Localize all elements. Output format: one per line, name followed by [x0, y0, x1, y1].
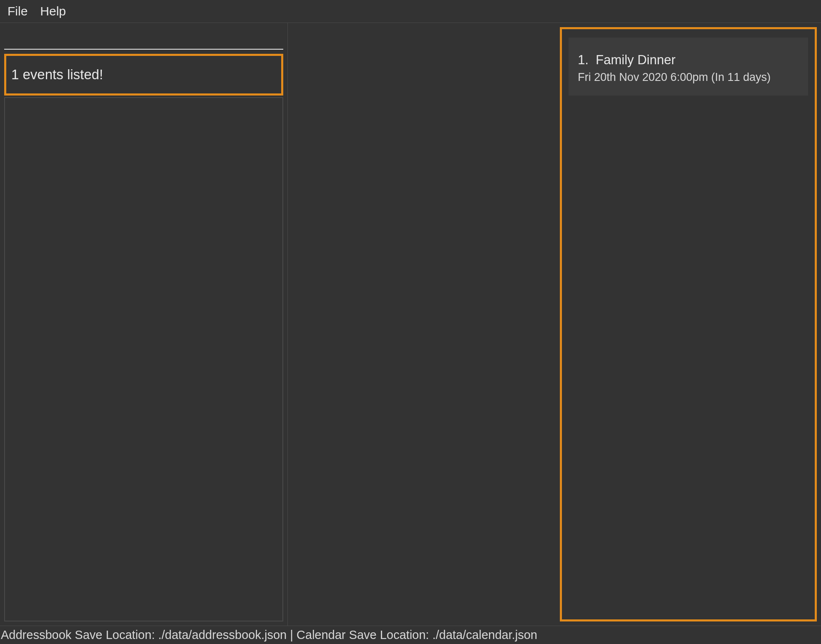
statusbar-text: Addressbook Save Location: ./data/addres…: [1, 628, 537, 642]
left-panel: 1 events listed!: [0, 23, 288, 626]
menubar: File Help: [0, 0, 821, 23]
event-card[interactable]: 1. Family Dinner Fri 20th Nov 2020 6:00p…: [569, 38, 808, 96]
persons-list-panel[interactable]: [4, 97, 283, 621]
command-input[interactable]: [4, 27, 283, 50]
event-index: 1.: [578, 53, 589, 67]
event-name: Family Dinner: [596, 53, 675, 67]
event-title: 1. Family Dinner: [578, 53, 799, 68]
middle-panel: [288, 23, 560, 626]
menu-file[interactable]: File: [8, 4, 28, 18]
event-time: Fri 20th Nov 2020 6:00pm (In 11 days): [578, 71, 799, 84]
events-panel: 1. Family Dinner Fri 20th Nov 2020 6:00p…: [560, 27, 817, 621]
menu-help[interactable]: Help: [40, 4, 66, 18]
main-content: 1 events listed! 1. Family Dinner Fri 20…: [0, 23, 821, 626]
statusbar: Addressbook Save Location: ./data/addres…: [0, 626, 821, 644]
result-message-text: 1 events listed!: [11, 67, 103, 83]
result-message-box: 1 events listed!: [4, 54, 283, 96]
